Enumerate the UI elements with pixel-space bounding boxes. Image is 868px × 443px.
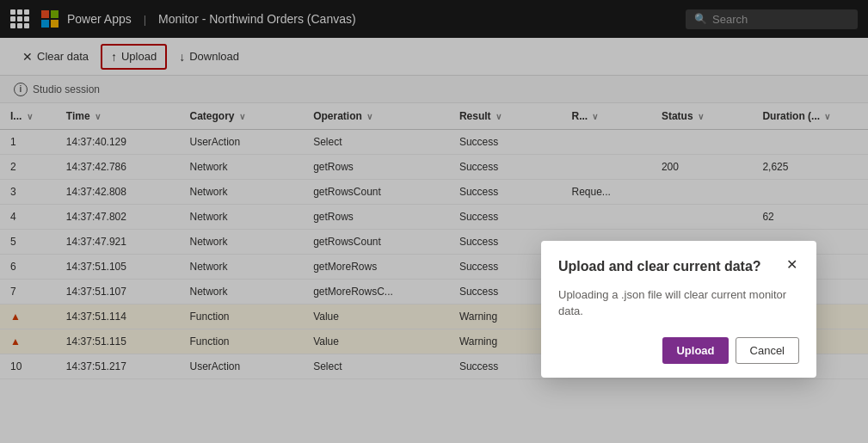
- col-header-time[interactable]: Time ∨: [56, 103, 180, 130]
- nav-brand: Power Apps: [67, 12, 132, 26]
- cell-id: 10: [0, 354, 56, 379]
- search-box[interactable]: 🔍 Search: [686, 9, 858, 29]
- cell-r: [561, 205, 650, 230]
- cell-id: 6: [0, 255, 56, 280]
- cell-operation: Select: [303, 130, 449, 155]
- cell-id: 7: [0, 280, 56, 305]
- warning-icon: ▲: [10, 311, 21, 323]
- modal-footer: Upload Cancel: [558, 337, 799, 364]
- upload-label: Upload: [121, 50, 157, 63]
- cell-operation: Value: [303, 329, 449, 354]
- cell-time: 14:37:40.129: [56, 130, 180, 155]
- warning-icon: ▲: [10, 335, 21, 348]
- nav-bar: Power Apps | Monitor - Northwind Orders …: [0, 0, 868, 38]
- col-header-duration[interactable]: Duration (... ∨: [752, 103, 868, 130]
- cell-category: UserAction: [180, 354, 304, 379]
- col-header-id[interactable]: I... ∨: [0, 103, 56, 130]
- cell-operation: getRowsCount: [303, 180, 449, 205]
- cell-r: Reque...: [561, 180, 650, 205]
- cell-time: 14:37:51.107: [56, 280, 180, 305]
- modal-title: Upload and clear current data?: [558, 258, 761, 276]
- upload-button[interactable]: ↑ Upload: [101, 44, 167, 70]
- cell-category: Network: [180, 205, 304, 230]
- modal-upload-button[interactable]: Upload: [662, 337, 728, 364]
- cell-time: 14:37:42.786: [56, 155, 180, 180]
- nav-separator: |: [144, 13, 146, 26]
- cell-operation: Select: [303, 354, 449, 379]
- cell-category: Network: [180, 255, 304, 280]
- cell-status: [651, 180, 753, 205]
- col-header-category[interactable]: Category ∨: [180, 103, 304, 130]
- modal-body: Uploading a .json file will clear curren…: [558, 286, 799, 320]
- cell-category: Network: [180, 280, 304, 305]
- nav-page-title: Monitor - Northwind Orders (Canvas): [158, 12, 356, 26]
- upload-icon: ↑: [111, 50, 117, 64]
- table-row[interactable]: 414:37:47.802NetworkgetRowsSuccess62: [0, 205, 868, 230]
- cell-duration: 62: [752, 205, 868, 230]
- table-row[interactable]: 314:37:42.808NetworkgetRowsCountSuccessR…: [0, 180, 868, 205]
- cell-id: 4: [0, 205, 56, 230]
- cell-id: ▲: [0, 329, 56, 354]
- close-icon: ✕: [22, 50, 33, 64]
- clear-data-label: Clear data: [37, 50, 89, 63]
- table-header-row: I... ∨ Time ∨ Category ∨ Operation ∨ Res…: [0, 103, 868, 130]
- cell-r: [561, 155, 650, 180]
- cell-result: Success: [449, 155, 562, 180]
- col-header-r[interactable]: R... ∨: [561, 103, 650, 130]
- cell-time: 14:37:51.115: [56, 329, 180, 354]
- cell-r: [561, 130, 650, 155]
- apps-grid-icon[interactable]: [10, 9, 29, 28]
- cell-result: Success: [449, 180, 562, 205]
- microsoft-logo: [41, 10, 58, 28]
- col-header-operation[interactable]: Operation ∨: [303, 103, 449, 130]
- search-placeholder: Search: [712, 13, 748, 26]
- cell-operation: Value: [303, 305, 449, 329]
- cell-category: Network: [180, 230, 304, 255]
- cell-duration: [752, 130, 868, 155]
- upload-modal: Upload and clear current data? ✕ Uploadi…: [541, 241, 816, 378]
- table-row[interactable]: 114:37:40.129UserActionSelectSuccess: [0, 130, 868, 155]
- cell-duration: 2,625: [752, 155, 868, 180]
- cell-operation: getRows: [303, 155, 449, 180]
- info-icon: i: [14, 83, 28, 96]
- modal-close-button[interactable]: ✕: [785, 258, 799, 272]
- cell-status: [651, 130, 753, 155]
- cell-result: Success: [449, 130, 562, 155]
- cell-category: Network: [180, 180, 304, 205]
- cell-time: 14:37:42.808: [56, 180, 180, 205]
- modal-header: Upload and clear current data? ✕: [558, 258, 799, 276]
- col-header-result[interactable]: Result ∨: [449, 103, 562, 130]
- cell-operation: getRows: [303, 205, 449, 230]
- cell-time: 14:37:47.921: [56, 230, 180, 255]
- col-header-status[interactable]: Status ∨: [651, 103, 753, 130]
- cell-category: Function: [180, 329, 304, 354]
- cell-operation: getMoreRows: [303, 255, 449, 280]
- cell-operation: getMoreRowsC...: [303, 280, 449, 305]
- session-bar: i Studio session: [0, 76, 868, 103]
- clear-data-button[interactable]: ✕ Clear data: [14, 46, 97, 68]
- cell-status: [651, 205, 753, 230]
- cell-id: 3: [0, 180, 56, 205]
- cell-operation: getRowsCount: [303, 230, 449, 255]
- session-label: Studio session: [33, 83, 100, 95]
- cell-id: ▲: [0, 305, 56, 329]
- cell-time: 14:37:51.114: [56, 305, 180, 329]
- modal-cancel-button[interactable]: Cancel: [736, 337, 799, 364]
- cell-id: 5: [0, 230, 56, 255]
- download-button[interactable]: ↓ Download: [170, 46, 248, 68]
- cell-id: 1: [0, 130, 56, 155]
- download-label: Download: [189, 50, 239, 63]
- cell-category: Network: [180, 155, 304, 180]
- toolbar: ✕ Clear data ↑ Upload ↓ Download: [0, 38, 868, 76]
- cell-result: Success: [449, 205, 562, 230]
- cell-category: Function: [180, 305, 304, 329]
- search-icon: 🔍: [694, 13, 707, 25]
- cell-time: 14:37:47.802: [56, 205, 180, 230]
- cell-status: 200: [651, 155, 753, 180]
- cell-duration: [752, 180, 868, 205]
- table-row[interactable]: 214:37:42.786NetworkgetRowsSuccess2002,6…: [0, 155, 868, 180]
- cell-time: 14:37:51.217: [56, 354, 180, 379]
- cell-id: 2: [0, 155, 56, 180]
- download-icon: ↓: [179, 50, 185, 64]
- cell-time: 14:37:51.105: [56, 255, 180, 280]
